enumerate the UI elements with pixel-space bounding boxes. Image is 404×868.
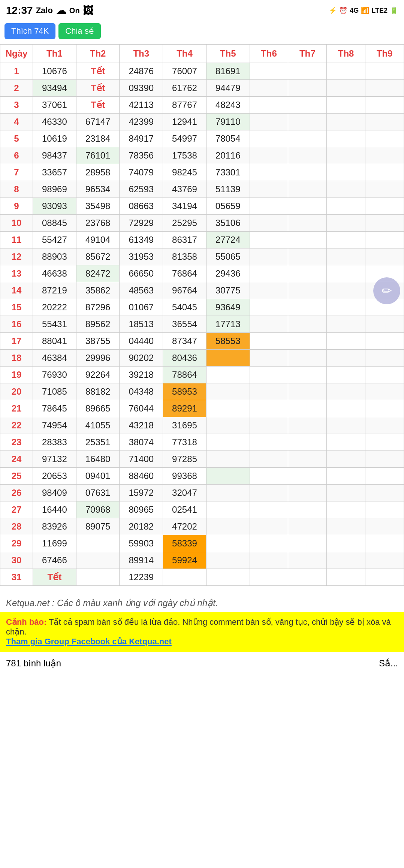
cell-6-th7 <box>288 147 327 164</box>
table-row: 1976930922643921878864 <box>0 367 404 383</box>
cell-17-th1: 88041 <box>33 333 76 350</box>
cell-23-day: 23 <box>0 434 33 451</box>
warning-label: Cảnh báo: <box>6 617 46 627</box>
cell-7-th4: 98245 <box>163 164 206 181</box>
cell-15-day: 15 <box>0 299 33 316</box>
cell-19-th5 <box>206 367 250 383</box>
cell-13-th3: 66650 <box>120 265 163 282</box>
cell-22-th3: 43218 <box>120 417 163 434</box>
fb-link[interactable]: Tham gia Group Facebook của Ketqua.net <box>6 637 172 646</box>
cell-18-th7 <box>288 350 327 367</box>
cell-27-th1: 16440 <box>33 501 76 518</box>
cell-27-th4: 02541 <box>163 501 206 518</box>
cell-20-th1: 71085 <box>33 383 76 400</box>
cell-31-th6 <box>250 569 288 586</box>
lottery-table: Ngày Th1 Th2 Th3 Th4 Th5 Th6 Th7 Th8 Th9… <box>0 44 404 586</box>
cell-14-th6 <box>250 282 288 299</box>
cell-28-th5 <box>206 518 250 535</box>
cell-12-th3: 31953 <box>120 248 163 265</box>
cell-4-day: 4 <box>0 114 33 130</box>
cell-1-th8 <box>327 63 365 80</box>
cell-30-day: 30 <box>0 552 33 569</box>
table-row: 51061923184849175499778054 <box>0 130 404 147</box>
cell-20-th7 <box>288 383 327 400</box>
col-header-th4: Th4 <box>163 45 206 63</box>
cell-30-th6 <box>250 552 288 569</box>
cell-29-th2 <box>76 535 120 552</box>
chiase-button[interactable]: Chia sẻ <box>58 23 100 39</box>
cell-30-th5 <box>206 552 250 569</box>
cell-14-th7 <box>288 282 327 299</box>
cell-4-th3: 42399 <box>120 114 163 130</box>
cell-29-th6 <box>250 535 288 552</box>
cell-28-th1: 83926 <box>33 518 76 535</box>
cell-18-th3: 90202 <box>120 350 163 367</box>
cell-17-day: 17 <box>0 333 33 350</box>
cell-11-day: 11 <box>0 232 33 248</box>
cell-16-th5: 17713 <box>206 316 250 333</box>
cell-31-th4 <box>163 569 206 586</box>
table-row: 100884523768729292529535106 <box>0 215 404 232</box>
cell-26-th4: 32047 <box>163 485 206 501</box>
cell-2-day: 2 <box>0 80 33 97</box>
cell-22-th4: 31695 <box>163 417 206 434</box>
cell-22-th2: 41055 <box>76 417 120 434</box>
cell-28-th8 <box>327 518 365 535</box>
cell-2-th5: 94479 <box>206 80 250 97</box>
cell-1-th3: 24876 <box>120 63 163 80</box>
cell-28-th6 <box>250 518 288 535</box>
cell-18-th6 <box>250 350 288 367</box>
table-row: 2178645896657604489291 <box>0 400 404 417</box>
cell-3-th5: 48243 <box>206 97 250 114</box>
fab-edit-button[interactable]: ✏ <box>373 277 400 304</box>
cell-12-th9 <box>365 248 404 265</box>
table-row: 110676Tết248767600781691 <box>0 63 404 80</box>
cell-20-th9 <box>365 383 404 400</box>
cell-15-th4: 54045 <box>163 299 206 316</box>
comments-sort[interactable]: Sắ... <box>379 658 398 669</box>
cell-11-th2: 49104 <box>76 232 120 248</box>
cell-31-th3: 12239 <box>120 569 163 586</box>
cell-26-th5 <box>206 485 250 501</box>
cell-25-th5 <box>206 468 250 485</box>
table-row: 2698409076311597232047 <box>0 485 404 501</box>
cell-6-th1: 98437 <box>33 147 76 164</box>
cell-18-th1: 46384 <box>33 350 76 367</box>
cell-3-day: 3 <box>0 97 33 114</box>
footer-note: Ketqua.net : Các ô màu xanh ứng với ngày… <box>0 589 404 612</box>
cell-3-th2: Tết <box>76 97 120 114</box>
cell-4-th8 <box>327 114 365 130</box>
cell-17-th2: 38755 <box>76 333 120 350</box>
cell-11-th6 <box>250 232 288 248</box>
cell-6-th3: 78356 <box>120 147 163 164</box>
cell-29-th4: 58339 <box>163 535 206 552</box>
cell-15-th2: 87296 <box>76 299 120 316</box>
cell-29-th9 <box>365 535 404 552</box>
cell-30-th2 <box>76 552 120 569</box>
cell-27-th2: 70968 <box>76 501 120 518</box>
cell-15-th6 <box>250 299 288 316</box>
table-row: 134663882472666507686429436 <box>0 265 404 282</box>
cell-2-th9 <box>365 80 404 97</box>
table-header-row: Ngày Th1 Th2 Th3 Th4 Th5 Th6 Th7 Th8 Th9 <box>0 45 404 63</box>
thich-button[interactable]: Thích 74K <box>4 23 55 39</box>
table-row: 2328383253513807477318 <box>0 434 404 451</box>
cell-27-th9 <box>365 501 404 518</box>
table-row: 165543189562185133655417713 <box>0 316 404 333</box>
table-row: 115542749104613498631727724 <box>0 232 404 248</box>
cell-14-th4: 96764 <box>163 282 206 299</box>
cell-11-th8 <box>327 232 365 248</box>
cell-10-th6 <box>250 215 288 232</box>
col-header-ngay: Ngày <box>0 45 33 63</box>
cell-21-th5 <box>206 400 250 417</box>
cell-13-th1: 46638 <box>33 265 76 282</box>
cell-29-th3: 59903 <box>120 535 163 552</box>
cell-26-th2: 07631 <box>76 485 120 501</box>
cell-4-th9 <box>365 114 404 130</box>
network-4g: 4G <box>350 7 359 15</box>
cell-5-th2: 23184 <box>76 130 120 147</box>
cell-17-th9 <box>365 333 404 350</box>
status-bar: 12:37 Zalo ☁ On 🖼 ⚡ ⏰ 4G 📶 LTE2 🔋 <box>0 0 404 21</box>
cell-12-th7 <box>288 248 327 265</box>
cell-15-th8 <box>327 299 365 316</box>
